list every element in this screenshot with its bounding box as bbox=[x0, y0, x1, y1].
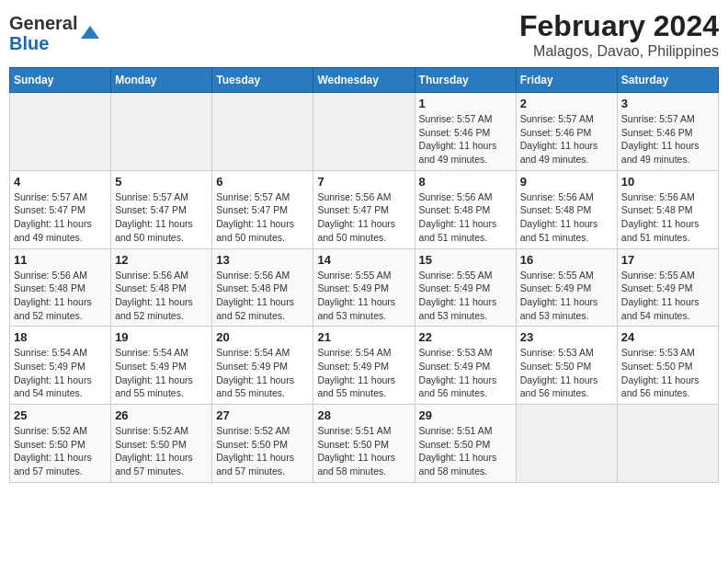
day-cell: 7Sunrise: 5:56 AMSunset: 5:47 PMDaylight… bbox=[313, 170, 415, 248]
day-cell: 18Sunrise: 5:54 AMSunset: 5:49 PMDayligh… bbox=[10, 327, 111, 405]
day-info: Sunrise: 5:53 AMSunset: 5:49 PMDaylight:… bbox=[419, 346, 512, 400]
day-info: Sunrise: 5:57 AMSunset: 5:47 PMDaylight:… bbox=[115, 190, 208, 245]
day-cell bbox=[617, 405, 718, 483]
day-cell: 10Sunrise: 5:56 AMSunset: 5:48 PMDayligh… bbox=[617, 170, 718, 248]
day-number: 28 bbox=[317, 408, 410, 422]
day-info: Sunrise: 5:57 AMSunset: 5:47 PMDaylight:… bbox=[14, 190, 107, 245]
day-number: 23 bbox=[520, 330, 613, 344]
day-number: 10 bbox=[621, 175, 714, 189]
day-cell: 5Sunrise: 5:57 AMSunset: 5:47 PMDaylight… bbox=[111, 170, 212, 248]
week-row-1: 1Sunrise: 5:57 AMSunset: 5:46 PMDaylight… bbox=[10, 93, 719, 171]
day-info: Sunrise: 5:53 AMSunset: 5:50 PMDaylight:… bbox=[520, 346, 613, 400]
day-info: Sunrise: 5:52 AMSunset: 5:50 PMDaylight:… bbox=[14, 424, 107, 478]
logo-general: General bbox=[9, 13, 77, 33]
day-number: 16 bbox=[520, 253, 613, 267]
day-cell: 17Sunrise: 5:55 AMSunset: 5:49 PMDayligh… bbox=[617, 248, 718, 327]
day-info: Sunrise: 5:54 AMSunset: 5:49 PMDaylight:… bbox=[216, 346, 309, 400]
day-number: 14 bbox=[317, 253, 410, 267]
day-cell bbox=[111, 93, 212, 171]
day-info: Sunrise: 5:52 AMSunset: 5:50 PMDaylight:… bbox=[115, 424, 208, 478]
day-cell: 27Sunrise: 5:52 AMSunset: 5:50 PMDayligh… bbox=[212, 405, 313, 483]
day-cell: 25Sunrise: 5:52 AMSunset: 5:50 PMDayligh… bbox=[10, 405, 111, 483]
day-number: 27 bbox=[216, 408, 309, 422]
week-row-2: 4Sunrise: 5:57 AMSunset: 5:47 PMDaylight… bbox=[10, 170, 719, 248]
day-number: 25 bbox=[14, 408, 107, 422]
day-info: Sunrise: 5:56 AMSunset: 5:48 PMDaylight:… bbox=[216, 269, 309, 323]
day-info: Sunrise: 5:54 AMSunset: 5:49 PMDaylight:… bbox=[14, 346, 107, 400]
day-cell: 20Sunrise: 5:54 AMSunset: 5:49 PMDayligh… bbox=[212, 327, 313, 405]
day-info: Sunrise: 5:56 AMSunset: 5:48 PMDaylight:… bbox=[419, 190, 512, 245]
day-info: Sunrise: 5:56 AMSunset: 5:48 PMDaylight:… bbox=[115, 269, 208, 323]
day-cell: 15Sunrise: 5:55 AMSunset: 5:49 PMDayligh… bbox=[415, 248, 516, 327]
day-cell: 26Sunrise: 5:52 AMSunset: 5:50 PMDayligh… bbox=[111, 405, 212, 483]
logo-blue: Blue bbox=[9, 33, 49, 53]
page-header: General Blue February 2024 Malagos, Dava… bbox=[9, 9, 719, 60]
day-cell: 6Sunrise: 5:57 AMSunset: 5:47 PMDaylight… bbox=[212, 170, 313, 248]
day-cell: 29Sunrise: 5:51 AMSunset: 5:50 PMDayligh… bbox=[415, 405, 516, 483]
header-friday: Friday bbox=[516, 68, 617, 93]
day-info: Sunrise: 5:52 AMSunset: 5:50 PMDaylight:… bbox=[216, 424, 309, 478]
day-cell: 24Sunrise: 5:53 AMSunset: 5:50 PMDayligh… bbox=[617, 327, 718, 405]
day-number: 20 bbox=[216, 330, 309, 344]
day-number: 19 bbox=[115, 330, 208, 344]
logo-icon bbox=[79, 22, 101, 44]
week-row-5: 25Sunrise: 5:52 AMSunset: 5:50 PMDayligh… bbox=[10, 405, 719, 483]
calendar-subtitle: Malagos, Davao, Philippines bbox=[519, 43, 719, 60]
day-number: 21 bbox=[317, 330, 410, 344]
day-cell: 1Sunrise: 5:57 AMSunset: 5:46 PMDaylight… bbox=[415, 93, 516, 171]
day-cell: 2Sunrise: 5:57 AMSunset: 5:46 PMDaylight… bbox=[516, 93, 617, 171]
day-cell: 4Sunrise: 5:57 AMSunset: 5:47 PMDaylight… bbox=[10, 170, 111, 248]
day-info: Sunrise: 5:56 AMSunset: 5:48 PMDaylight:… bbox=[14, 269, 107, 323]
day-cell: 14Sunrise: 5:55 AMSunset: 5:49 PMDayligh… bbox=[313, 248, 415, 327]
day-number: 4 bbox=[14, 175, 107, 189]
day-number: 11 bbox=[14, 253, 107, 267]
day-info: Sunrise: 5:55 AMSunset: 5:49 PMDaylight:… bbox=[621, 269, 714, 323]
day-number: 13 bbox=[216, 253, 309, 267]
day-info: Sunrise: 5:57 AMSunset: 5:46 PMDaylight:… bbox=[419, 112, 512, 167]
logo-text: General Blue bbox=[9, 13, 77, 53]
day-cell: 21Sunrise: 5:54 AMSunset: 5:49 PMDayligh… bbox=[313, 327, 415, 405]
week-row-3: 11Sunrise: 5:56 AMSunset: 5:48 PMDayligh… bbox=[10, 248, 719, 327]
day-number: 26 bbox=[115, 408, 208, 422]
day-number: 2 bbox=[520, 97, 613, 110]
day-cell: 19Sunrise: 5:54 AMSunset: 5:49 PMDayligh… bbox=[111, 327, 212, 405]
calendar-title: February 2024 bbox=[519, 9, 719, 43]
svg-marker-0 bbox=[81, 26, 99, 39]
day-number: 8 bbox=[419, 175, 512, 189]
day-info: Sunrise: 5:57 AMSunset: 5:47 PMDaylight:… bbox=[216, 190, 309, 245]
title-block: February 2024 Malagos, Davao, Philippine… bbox=[519, 9, 719, 60]
calendar-header-row: SundayMondayTuesdayWednesdayThursdayFrid… bbox=[10, 68, 719, 93]
week-row-4: 18Sunrise: 5:54 AMSunset: 5:49 PMDayligh… bbox=[10, 327, 719, 405]
day-number: 7 bbox=[317, 175, 410, 189]
day-info: Sunrise: 5:54 AMSunset: 5:49 PMDaylight:… bbox=[115, 346, 208, 400]
day-info: Sunrise: 5:55 AMSunset: 5:49 PMDaylight:… bbox=[317, 269, 410, 323]
day-cell bbox=[516, 405, 617, 483]
day-info: Sunrise: 5:57 AMSunset: 5:46 PMDaylight:… bbox=[621, 112, 714, 167]
day-number: 29 bbox=[419, 408, 512, 422]
day-cell: 13Sunrise: 5:56 AMSunset: 5:48 PMDayligh… bbox=[212, 248, 313, 327]
day-number: 15 bbox=[419, 253, 512, 267]
day-cell: 23Sunrise: 5:53 AMSunset: 5:50 PMDayligh… bbox=[516, 327, 617, 405]
header-wednesday: Wednesday bbox=[313, 68, 415, 93]
calendar-table: SundayMondayTuesdayWednesdayThursdayFrid… bbox=[9, 67, 719, 483]
day-number: 9 bbox=[520, 175, 613, 189]
day-cell: 28Sunrise: 5:51 AMSunset: 5:50 PMDayligh… bbox=[313, 405, 415, 483]
day-info: Sunrise: 5:51 AMSunset: 5:50 PMDaylight:… bbox=[419, 424, 512, 478]
day-cell: 9Sunrise: 5:56 AMSunset: 5:48 PMDaylight… bbox=[516, 170, 617, 248]
day-info: Sunrise: 5:55 AMSunset: 5:49 PMDaylight:… bbox=[419, 269, 512, 323]
day-info: Sunrise: 5:54 AMSunset: 5:49 PMDaylight:… bbox=[317, 346, 410, 400]
day-number: 5 bbox=[115, 175, 208, 189]
day-number: 1 bbox=[419, 97, 512, 110]
day-info: Sunrise: 5:53 AMSunset: 5:50 PMDaylight:… bbox=[621, 346, 714, 400]
day-cell: 3Sunrise: 5:57 AMSunset: 5:46 PMDaylight… bbox=[617, 93, 718, 171]
day-info: Sunrise: 5:57 AMSunset: 5:46 PMDaylight:… bbox=[520, 112, 613, 167]
day-number: 3 bbox=[621, 97, 714, 110]
header-saturday: Saturday bbox=[617, 68, 718, 93]
day-number: 24 bbox=[621, 330, 714, 344]
day-info: Sunrise: 5:56 AMSunset: 5:48 PMDaylight:… bbox=[520, 190, 613, 245]
header-sunday: Sunday bbox=[10, 68, 111, 93]
day-cell bbox=[212, 93, 313, 171]
header-monday: Monday bbox=[111, 68, 212, 93]
day-number: 6 bbox=[216, 175, 309, 189]
day-cell bbox=[10, 93, 111, 171]
